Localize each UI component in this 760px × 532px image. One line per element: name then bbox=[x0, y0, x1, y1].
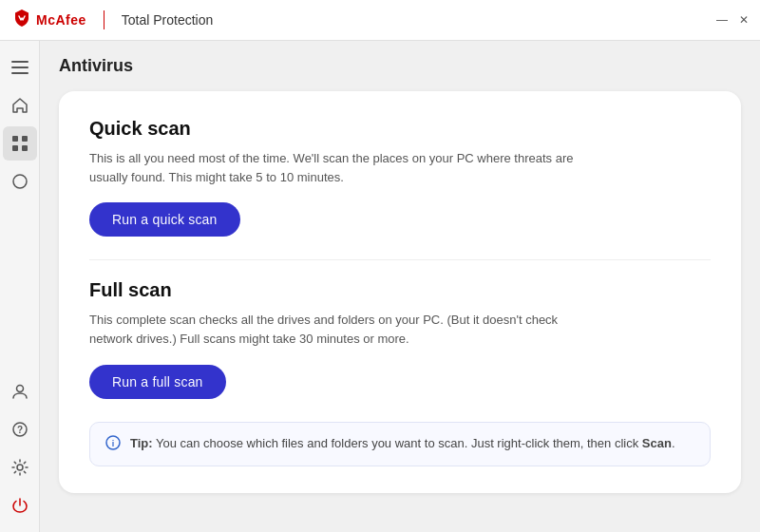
section-divider bbox=[89, 259, 711, 260]
sidebar-item-help[interactable]: ? bbox=[3, 412, 37, 446]
mcafee-logo: McAfee bbox=[11, 8, 86, 33]
app-body: ? Antivirus Quick scan bbox=[0, 41, 760, 532]
full-scan-description: This complete scan checks all the drives… bbox=[89, 311, 583, 349]
svg-rect-6 bbox=[22, 145, 28, 151]
svg-rect-1 bbox=[11, 66, 28, 68]
svg-text:i: i bbox=[112, 439, 115, 448]
sidebar-item-scan[interactable] bbox=[3, 164, 37, 199]
sidebar-item-menu[interactable] bbox=[3, 50, 37, 85]
sidebar-item-home[interactable] bbox=[3, 88, 37, 123]
page-title: Antivirus bbox=[59, 56, 741, 76]
run-full-scan-button[interactable]: Run a full scan bbox=[89, 365, 226, 399]
svg-rect-5 bbox=[12, 145, 18, 151]
logo-area: McAfee Total Protection bbox=[11, 8, 213, 33]
sidebar-item-settings[interactable] bbox=[3, 450, 37, 484]
close-button[interactable]: ✕ bbox=[739, 13, 749, 27]
run-quick-scan-button[interactable]: Run a quick scan bbox=[89, 202, 240, 237]
tip-scan-word: Scan bbox=[642, 436, 672, 450]
sidebar-bottom: ? bbox=[3, 374, 37, 532]
content-area: Antivirus Quick scan This is all you nee… bbox=[40, 41, 760, 532]
sidebar-item-user[interactable] bbox=[3, 374, 37, 408]
svg-point-11 bbox=[17, 465, 23, 470]
svg-rect-3 bbox=[12, 136, 18, 142]
tip-label: Tip: bbox=[130, 436, 153, 450]
tip-body: You can choose which files and folders y… bbox=[153, 436, 642, 450]
sidebar-item-apps[interactable] bbox=[3, 126, 37, 161]
svg-text:?: ? bbox=[16, 425, 22, 435]
minimize-button[interactable]: — bbox=[716, 13, 728, 27]
quick-scan-section: Quick scan This is all you need most of … bbox=[89, 118, 711, 237]
title-bar: McAfee Total Protection — ✕ bbox=[0, 0, 760, 41]
svg-rect-4 bbox=[22, 136, 28, 142]
svg-rect-0 bbox=[11, 61, 28, 63]
full-scan-title: Full scan bbox=[89, 279, 711, 301]
full-scan-section: Full scan This complete scan checks all … bbox=[89, 279, 711, 398]
quick-scan-description: This is all you need most of the time. W… bbox=[89, 149, 583, 187]
quick-scan-title: Quick scan bbox=[89, 118, 711, 140]
tip-info-icon: i bbox=[105, 435, 121, 454]
svg-point-7 bbox=[13, 175, 27, 188]
mcafee-shield-icon bbox=[11, 8, 32, 33]
sidebar-item-power[interactable] bbox=[3, 488, 37, 522]
svg-rect-2 bbox=[11, 72, 28, 74]
window-controls: — ✕ bbox=[716, 13, 749, 27]
product-name: Total Protection bbox=[122, 12, 214, 28]
tip-period: . bbox=[672, 436, 675, 450]
tip-box: i Tip: You can choose which files and fo… bbox=[89, 422, 711, 466]
sidebar: ? bbox=[0, 41, 40, 532]
mcafee-text: McAfee bbox=[36, 12, 86, 28]
main-card: Quick scan This is all you need most of … bbox=[59, 91, 741, 493]
tip-content: Tip: You can choose which files and fold… bbox=[130, 434, 675, 453]
title-divider bbox=[104, 10, 104, 29]
svg-point-8 bbox=[16, 386, 23, 392]
